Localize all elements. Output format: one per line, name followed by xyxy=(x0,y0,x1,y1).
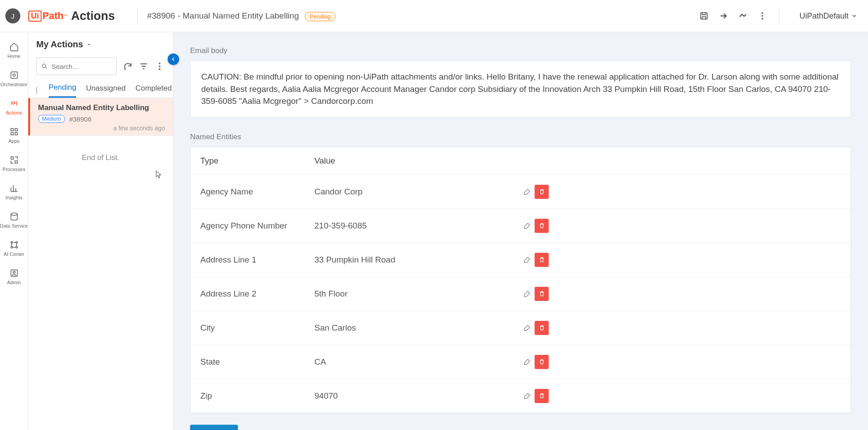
trash-icon xyxy=(539,290,545,297)
entity-row: State CA xyxy=(191,345,851,379)
svg-point-2 xyxy=(761,15,763,17)
svg-rect-0 xyxy=(701,13,707,19)
action-card[interactable]: Manual Named Entity Labelling Medium #38… xyxy=(28,98,173,136)
svg-rect-10 xyxy=(11,157,13,160)
edit-icon[interactable] xyxy=(523,188,531,196)
nav-data-service[interactable]: Data Service xyxy=(0,210,28,230)
svg-point-5 xyxy=(13,74,15,76)
entity-row: City San Carlos xyxy=(191,311,851,345)
search-input[interactable] xyxy=(51,63,112,70)
sidebar-title-dropdown[interactable]: My Actions xyxy=(36,39,165,49)
nav-orchestrator[interactable]: Orchestrator xyxy=(0,68,28,89)
nav-processes[interactable]: Processes xyxy=(0,153,28,174)
status-badge: Pending xyxy=(305,12,336,21)
email-body-label: Email body xyxy=(190,46,851,55)
save-icon[interactable] xyxy=(699,11,709,21)
delete-button[interactable] xyxy=(535,185,549,199)
delete-button[interactable] xyxy=(535,389,549,403)
trash-icon xyxy=(539,392,545,399)
svg-point-16 xyxy=(15,247,17,248)
entity-row: Address Line 1 33 Pumpkin Hill Road xyxy=(191,243,851,277)
entity-row: Agency Name Candor Corp xyxy=(191,175,851,209)
svg-rect-8 xyxy=(11,133,13,135)
entity-value: 33 Pumpkin Hill Road xyxy=(314,255,505,265)
submit-button[interactable]: Submit xyxy=(190,425,238,430)
email-body-text: CAUTION: Be mindful prior to opening non… xyxy=(190,61,851,118)
svg-rect-7 xyxy=(15,129,17,131)
entity-type: Agency Phone Number xyxy=(200,221,314,231)
uipath-logo: UiPath™ xyxy=(28,10,68,22)
more-vert-icon[interactable] xyxy=(757,11,767,21)
apps-icon xyxy=(9,127,19,137)
app-title: Actions xyxy=(71,9,115,23)
delete-button[interactable] xyxy=(535,253,549,267)
nav-actions[interactable]: Actions xyxy=(0,97,28,117)
svg-point-21 xyxy=(159,65,161,67)
entity-value: CA xyxy=(314,357,505,367)
entity-row: Address Line 2 5th Floor xyxy=(191,277,851,311)
entity-type: City xyxy=(200,323,314,333)
filter-icon[interactable] xyxy=(139,61,149,71)
search-box[interactable] xyxy=(36,57,117,75)
main-content: Email body CAUTION: Be mindful prior to … xyxy=(173,32,868,430)
divider xyxy=(137,7,138,25)
delete-button[interactable] xyxy=(535,355,549,369)
svg-point-20 xyxy=(159,63,161,65)
redirect-arrow-icon[interactable] xyxy=(738,11,748,21)
chevron-down-icon xyxy=(851,13,857,19)
collapse-sidebar-button[interactable] xyxy=(168,53,179,65)
avatar[interactable]: J xyxy=(5,8,20,23)
entity-type: Zip xyxy=(200,391,314,401)
edit-icon[interactable] xyxy=(523,290,531,298)
forward-arrow-icon[interactable] xyxy=(719,11,728,21)
logo-area[interactable]: UiPath™ Actions xyxy=(28,9,127,23)
delete-button[interactable] xyxy=(535,321,549,335)
entity-table-header: Type Value xyxy=(191,147,851,175)
refresh-icon[interactable] xyxy=(123,61,133,71)
edit-icon[interactable] xyxy=(523,324,531,332)
entity-table: Type Value Agency Name Candor Corp Agenc… xyxy=(190,147,851,413)
svg-rect-9 xyxy=(15,133,17,135)
entity-value: Candor Corp xyxy=(314,187,505,197)
admin-icon xyxy=(9,268,19,278)
nav-apps[interactable]: Apps xyxy=(0,125,28,145)
entity-type: State xyxy=(200,357,314,367)
action-card-title: Manual Named Entity Labelling xyxy=(38,103,165,112)
svg-point-15 xyxy=(11,247,12,248)
ai-center-icon xyxy=(9,240,19,250)
edit-icon[interactable] xyxy=(523,358,531,366)
action-timestamp: a few seconds ago xyxy=(38,125,165,132)
tab-completed[interactable]: Completed xyxy=(135,84,172,97)
edit-icon[interactable] xyxy=(523,256,531,264)
trash-icon xyxy=(539,188,545,195)
tenant-selector[interactable]: UiPathDefault xyxy=(799,11,857,21)
insights-icon xyxy=(9,183,19,193)
svg-rect-4 xyxy=(11,72,17,79)
nav-insights[interactable]: Insights xyxy=(0,182,28,202)
priority-badge: Medium xyxy=(38,115,65,123)
select-all-checkbox[interactable] xyxy=(36,87,37,94)
delete-button[interactable] xyxy=(535,219,549,233)
home-icon xyxy=(9,42,19,52)
col-type: Type xyxy=(200,156,314,166)
action-id: #38906 xyxy=(69,115,92,123)
nav-admin[interactable]: Admin xyxy=(0,266,28,287)
edit-icon[interactable] xyxy=(523,222,531,230)
svg-point-19 xyxy=(42,64,46,68)
entity-value: 210-359-6085 xyxy=(314,221,505,231)
trash-icon xyxy=(539,222,545,229)
named-entities-label: Named Entities xyxy=(190,133,851,141)
delete-button[interactable] xyxy=(535,287,549,301)
tab-unassigned[interactable]: Unassigned xyxy=(86,84,126,97)
breadcrumb: #38906 - Manual Named Entity Labelling P… xyxy=(147,11,699,21)
sidebar-tabs: Pending Unassigned Completed xyxy=(28,79,173,98)
nav-ai-center[interactable]: AI Center xyxy=(0,238,28,259)
edit-icon[interactable] xyxy=(523,392,531,400)
more-vert-icon[interactable] xyxy=(155,61,164,71)
svg-point-3 xyxy=(761,18,763,20)
svg-point-12 xyxy=(11,213,17,216)
entity-value: San Carlos xyxy=(314,323,505,333)
svg-rect-6 xyxy=(11,129,13,131)
tab-pending[interactable]: Pending xyxy=(49,83,76,98)
nav-home[interactable]: Home xyxy=(0,40,28,61)
